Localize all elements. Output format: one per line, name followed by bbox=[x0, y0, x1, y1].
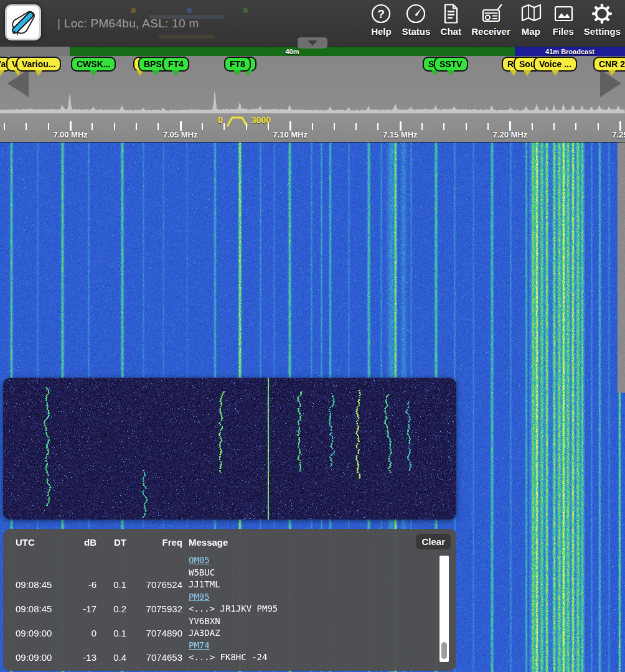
dx-label[interactable]: SSTV bbox=[434, 57, 468, 72]
nav-receiver[interactable]: Receiver bbox=[467, 2, 515, 37]
freq-tick-label: 7.15 MHz bbox=[383, 130, 418, 139]
band-40m-label: 40m bbox=[285, 48, 299, 55]
freq-tick bbox=[509, 121, 511, 131]
freq-tick bbox=[575, 123, 576, 130]
decode-cell: 7074653 bbox=[126, 651, 182, 664]
dx-label-tail-icon bbox=[552, 70, 559, 76]
decode-cell: -17 bbox=[68, 603, 96, 615]
decode-cell bbox=[68, 615, 96, 628]
freq-tick bbox=[443, 123, 444, 130]
dx-label-tail-icon bbox=[35, 70, 42, 76]
nav-map-label: Map bbox=[522, 26, 540, 37]
freq-tick bbox=[532, 123, 533, 130]
decode-cell: 0.4 bbox=[96, 651, 126, 664]
decode-line: QM05 bbox=[3, 554, 439, 567]
freq-tick bbox=[421, 123, 423, 130]
nav-chat-label: Chat bbox=[441, 26, 461, 37]
decode-cell bbox=[3, 615, 68, 628]
topbar-collapse-button[interactable] bbox=[298, 37, 327, 49]
location-text: | Loc: PM64bu, ASL: 10 m bbox=[57, 17, 199, 30]
freq-tick bbox=[377, 123, 378, 130]
decode-cell: 7074890 bbox=[126, 627, 182, 640]
map-icon bbox=[519, 2, 543, 26]
clear-button[interactable]: Clear bbox=[416, 534, 451, 549]
dx-label-tail-icon bbox=[0, 70, 4, 76]
decode-cell bbox=[96, 554, 126, 567]
decode-message: W5BUC bbox=[182, 567, 439, 579]
dx-label-tail-icon bbox=[233, 70, 241, 76]
help-icon: ? bbox=[369, 2, 393, 26]
freq-tick bbox=[48, 123, 49, 130]
freq-tick bbox=[487, 123, 489, 130]
nav-icon-bar: ? Help Status Chat bbox=[365, 2, 625, 37]
band-41m-broadcast[interactable]: 41m Broadcast bbox=[515, 47, 625, 56]
dx-label[interactable]: Voice ... bbox=[533, 57, 577, 72]
freq-tick bbox=[223, 123, 225, 130]
scrollbar-thumb[interactable] bbox=[441, 642, 447, 659]
freq-tick bbox=[70, 121, 72, 131]
frequency-scale[interactable]: 0 3000 7.00 MHz7.05 MHz7.10 MHz7.15 MHz7… bbox=[0, 113, 625, 142]
files-image-icon bbox=[552, 2, 575, 26]
decode-cell: 7075932 bbox=[126, 603, 182, 615]
grid-link[interactable]: QM05 bbox=[189, 555, 210, 565]
dx-label[interactable]: CNR 2 bbox=[593, 57, 625, 72]
nav-help[interactable]: ? Help bbox=[365, 2, 397, 37]
dx-label[interactable]: FT8 bbox=[224, 57, 251, 72]
decode-message: JJ1TML bbox=[182, 579, 439, 591]
decode-message: QM05 bbox=[182, 554, 439, 567]
dx-label-tail-icon bbox=[90, 70, 97, 76]
dx-labels-row: YaV...Variou...CWSK...(BPSKFT4FT89S...SS… bbox=[0, 57, 625, 79]
decode-line: PM74 bbox=[3, 640, 439, 652]
decoder-panel: UTC dB DT Freq Message Clear QM05W5BUC09… bbox=[3, 529, 456, 671]
scrollbar-track[interactable] bbox=[439, 556, 449, 662]
dx-label-tail-icon bbox=[510, 70, 517, 76]
background-desktop-artifact bbox=[243, 8, 248, 13]
top-bar: | Loc: PM64bu, ASL: 10 m ? Help Status bbox=[0, 0, 625, 47]
grid-link[interactable]: PM74 bbox=[189, 640, 210, 650]
dx-label-tail-icon bbox=[447, 70, 454, 76]
decode-cell bbox=[96, 567, 126, 579]
freq-tick bbox=[157, 123, 159, 130]
nav-status[interactable]: Status bbox=[397, 2, 435, 37]
freq-tick bbox=[312, 123, 313, 130]
dx-label[interactable]: CWSK... bbox=[71, 57, 116, 72]
background-desktop-artifact bbox=[187, 8, 192, 13]
dx-label[interactable]: Variou... bbox=[16, 57, 61, 72]
nav-chat[interactable]: Chat bbox=[435, 2, 467, 37]
kiwisdr-app: | Loc: PM64bu, ASL: 10 m ? Help Status bbox=[0, 0, 625, 672]
decode-message: JA3DAZ bbox=[182, 627, 439, 640]
freq-tick bbox=[289, 121, 291, 131]
header-freq: Freq bbox=[126, 537, 182, 548]
decode-cell: 09:09:00 bbox=[3, 627, 68, 640]
freq-tick bbox=[466, 123, 467, 130]
nav-receiver-label: Receiver bbox=[471, 26, 510, 37]
decode-cell: 7076524 bbox=[126, 579, 182, 591]
dx-label-tail-icon bbox=[172, 70, 179, 76]
nav-files[interactable]: Files bbox=[547, 2, 580, 37]
passband-indicator[interactable]: 0 3000 bbox=[218, 115, 271, 128]
settings-gear-icon bbox=[590, 2, 614, 26]
decode-cell: 0.2 bbox=[96, 603, 126, 615]
band-40m[interactable]: 40m bbox=[70, 47, 515, 56]
decode-cell bbox=[3, 640, 68, 652]
nav-settings[interactable]: Settings bbox=[580, 2, 625, 37]
dx-label[interactable]: FT4 bbox=[162, 57, 189, 72]
decode-line: 09:09:0000.17074890JA3DAZ bbox=[3, 627, 439, 640]
decode-line: W5BUC bbox=[3, 567, 439, 579]
nav-map[interactable]: Map bbox=[515, 2, 547, 37]
decode-cell bbox=[96, 640, 126, 652]
decode-cell bbox=[3, 567, 68, 579]
decode-cell: 09:09:00 bbox=[3, 651, 68, 664]
decode-cell bbox=[96, 591, 126, 604]
grid-link[interactable]: PM95 bbox=[189, 592, 210, 602]
chat-log-icon bbox=[439, 2, 463, 26]
freq-tick bbox=[268, 123, 269, 130]
chevron-down-icon bbox=[308, 40, 317, 45]
kiwisdr-logo[interactable] bbox=[5, 4, 41, 40]
band-41m-label: 41m Broadcast bbox=[545, 48, 594, 55]
background-desktop-artifact bbox=[131, 8, 136, 13]
freq-tick bbox=[4, 123, 5, 130]
decode-line: PM95 bbox=[3, 591, 439, 604]
decode-cell bbox=[68, 567, 96, 579]
decode-cell: 0.1 bbox=[96, 627, 126, 640]
